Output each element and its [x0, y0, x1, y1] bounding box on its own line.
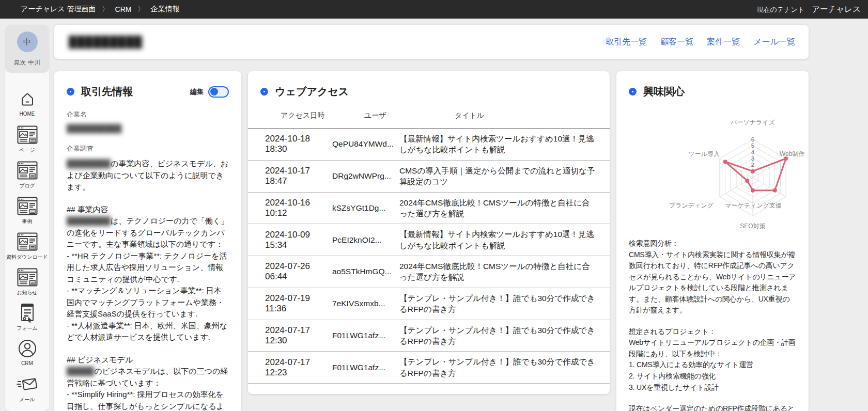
- partner-card-title: 取引先情報: [81, 85, 133, 99]
- access-datetime: 2024-07-17 12:23: [265, 357, 332, 378]
- analysis-line: 想定されるプロジェクト：: [629, 326, 796, 338]
- sidebar-item-cases[interactable]: 事例: [5, 196, 49, 231]
- analysis-line: Webサイトリニューアルプロジェクトの企画・計画段階にあり、以下を検討中：: [629, 337, 796, 359]
- redacted-text: ████████: [67, 216, 111, 225]
- web-access-row: 2024-07-17 12:30F01LWG1afz...【テンプレ・サンプル付…: [248, 320, 610, 352]
- web-access-card-title: ウェブアクセス: [275, 85, 349, 99]
- card-ring-icon: [67, 88, 74, 96]
- header-links: 取引先一覧顧客一覧案件一覧メール一覧: [606, 37, 795, 48]
- breadcrumb-item[interactable]: アーチャレス 管理画面: [21, 5, 96, 14]
- sidebar-item-label: お知らせ: [17, 289, 38, 296]
- access-datetime: 2024-10-17 18:47: [265, 166, 332, 186]
- access-datetime: 2024-10-18 18:30: [265, 134, 332, 154]
- breadcrumb-item[interactable]: CRM: [115, 5, 132, 13]
- web-access-row: 2024-07-17 12:23F01LWG1afz...【テンプレ・サンプル付…: [248, 352, 610, 384]
- sidebar-item-label: ブログ: [19, 182, 35, 189]
- access-user: 7eKIVSxmxb...: [332, 299, 399, 308]
- sidebar-item-label: フォーム: [17, 325, 38, 332]
- svg-text:Web制作: Web制作: [780, 150, 804, 157]
- access-datetime: 2024-07-26 06:44: [265, 261, 332, 282]
- sidebar-item-news[interactable]: お知らせ: [5, 267, 49, 303]
- header-link-customers[interactable]: 顧客一覧: [660, 37, 693, 48]
- sidebar-item-blog[interactable]: ブログ: [5, 160, 49, 196]
- sidebar-item-mail[interactable]: メール: [5, 374, 49, 409]
- access-user: PcEI2knOI2...: [332, 235, 399, 245]
- svg-text:ブランディング: ブランディング: [669, 202, 714, 209]
- partner-info-card: 取引先情報 編集 企業名 ██████████ 企業調査 ████████の事業…: [54, 71, 241, 411]
- analysis-blank-line: [629, 393, 796, 403]
- tenant-name: アーチャレス: [812, 4, 861, 15]
- sidebar-item-forms[interactable]: フォーム: [5, 303, 49, 338]
- header-link-mails[interactable]: メール一覧: [753, 37, 795, 48]
- survey-line: - **HR テクノロジー事業**: テクノロジーを活用した求人広告や採用ソリュ…: [67, 250, 229, 286]
- analysis-line: 1. CMS導入による効率的なサイト運営: [629, 359, 796, 371]
- svg-text:2: 2: [751, 162, 754, 168]
- survey-line: ████████は、テクノロジーの力で「働く」の進化をリードするグローバルテック…: [67, 215, 229, 250]
- company-survey-label: 企業調査: [67, 144, 229, 153]
- analysis-line: 3. UXを重視したサイト設計: [629, 382, 796, 393]
- svg-text:マーケティング支援: マーケティング支援: [725, 202, 782, 209]
- analysis-line: 検索意図分析：: [629, 238, 796, 249]
- survey-line: - **マッチング＆ソリューション事業**: 日本国内でマッチングプラットフォー…: [67, 285, 229, 320]
- access-title: CMSの導入手順｜選定から公開までの流れと適切な予算設定のコツ: [399, 165, 595, 187]
- card-ring-icon: [629, 88, 637, 96]
- edit-toggle[interactable]: [208, 86, 229, 98]
- access-title: 【テンプレ・サンプル付き！】誰でも30分で作成できるRFPの書き方: [399, 325, 595, 347]
- access-user: QePU84YMWd...: [332, 139, 399, 149]
- access-user: F01LWG1afz...: [332, 331, 399, 340]
- access-title: 【テンプレ・サンプル付き！】誰でも30分で作成できるRFPの書き方: [399, 356, 595, 378]
- access-title: 2024年CMS徹底比較！CMSツールの特徴と自社に合った選び方を解説: [399, 261, 595, 283]
- header-link-partners[interactable]: 取引先一覧: [606, 37, 647, 48]
- web-access-table-header: アクセス日時 ユーザ タイトル: [248, 106, 610, 129]
- web-access-row: 2024-10-16 10:12kSZsYGt1Dg...2024年CMS徹底比…: [248, 193, 610, 225]
- user-panel[interactable]: 中 晃次 中川: [5, 25, 49, 73]
- sidebar-item-downloads[interactable]: 資料ダウンロード: [5, 231, 49, 267]
- access-user: ao5STkHmGQ...: [332, 267, 399, 276]
- column-header-user: ユーザ: [332, 111, 399, 120]
- access-title: 【テンプレ・サンプル付き！】誰でも30分で作成できるRFPの書き方: [399, 293, 595, 315]
- access-datetime: 2024-10-16 10:12: [265, 198, 332, 218]
- sidebar-item-label: HOME: [20, 111, 35, 117]
- access-user: kSZsYGt1Dg...: [332, 203, 399, 213]
- person-icon: [18, 338, 37, 359]
- breadcrumb-separator: 〉: [137, 5, 144, 14]
- home-icon: [20, 89, 35, 109]
- access-datetime: 2024-10-09 15:34: [265, 230, 332, 250]
- web-access-row: 2024-10-17 18:47DRg2wNWPrg...CMSの導入手順｜選定…: [248, 161, 610, 193]
- sidebar-item-label: CRM: [21, 360, 33, 366]
- breadcrumb-item[interactable]: 企業情報: [150, 5, 179, 14]
- webpage-icon: [17, 124, 38, 145]
- analysis-line: 現在はベンダー選定のためのRFP作成段階にあると推測されます: [629, 403, 796, 411]
- redacted-text: ████████: [67, 159, 111, 168]
- analysis-blank-line: [629, 316, 796, 326]
- web-access-row: 2024-10-18 18:30QePU84YMWd...【最新情報】サイト内検…: [248, 129, 610, 161]
- breadcrumb-separator: 〉: [102, 5, 109, 14]
- access-datetime: 2024-07-19 11:36: [265, 293, 332, 314]
- svg-text:4: 4: [751, 149, 755, 155]
- web-access-table-body: 2024-10-18 18:30QePU84YMWd...【最新情報】サイト内検…: [248, 129, 610, 384]
- analysis-line: CMS導入・サイト内検索実装に関する情報収集が複数回行われており、特にRFP作成…: [629, 249, 796, 316]
- sidebar-item-label: 資料ダウンロード: [6, 254, 48, 261]
- svg-text:SEO対策: SEO対策: [740, 223, 765, 230]
- column-header-title: タイトル: [399, 111, 595, 120]
- card-ring-icon: [260, 88, 268, 96]
- survey-line: - **人材派遣事業**: 日本、欧州、米国、豪州などで人材派遣サービスを提供し…: [67, 320, 229, 343]
- web-access-card: ウェブアクセス アクセス日時 ユーザ タイトル 2024-10-18 18:30…: [248, 71, 610, 394]
- svg-text:3: 3: [751, 155, 754, 162]
- sidebar-item-label: 事例: [22, 218, 33, 225]
- interest-card: 興味関心 123456パーソナライズWeb制作マーケティング支援SEO対策ブラン…: [616, 71, 809, 411]
- survey-blank-line: [67, 343, 229, 354]
- sidebar-item-pages[interactable]: ページ: [5, 124, 49, 160]
- company-survey-text: ████████の事業内容、ビジネスモデル、および企業動向について以下のように説…: [67, 158, 229, 411]
- sidebar-item-crm[interactable]: CRM: [5, 338, 49, 374]
- survey-line: █████のビジネスモデルは、以下の三つの経営戦略に基づいています：: [67, 366, 229, 389]
- access-datetime: 2024-07-17 12:30: [265, 325, 332, 346]
- survey-line: ## ビジネスモデル: [67, 354, 229, 366]
- web-access-table: アクセス日時 ユーザ タイトル 2024-10-18 18:30QePU84YM…: [248, 106, 610, 384]
- analysis-line: 2. サイト内検索機能の強化: [629, 371, 796, 382]
- company-name-label: 企業名: [67, 110, 229, 119]
- header-link-deals[interactable]: 案件一覧: [707, 37, 740, 48]
- sidebar-item-label: メール: [19, 396, 35, 403]
- webpage-icon: [17, 267, 38, 288]
- sidebar-item-home[interactable]: HOME: [5, 89, 49, 124]
